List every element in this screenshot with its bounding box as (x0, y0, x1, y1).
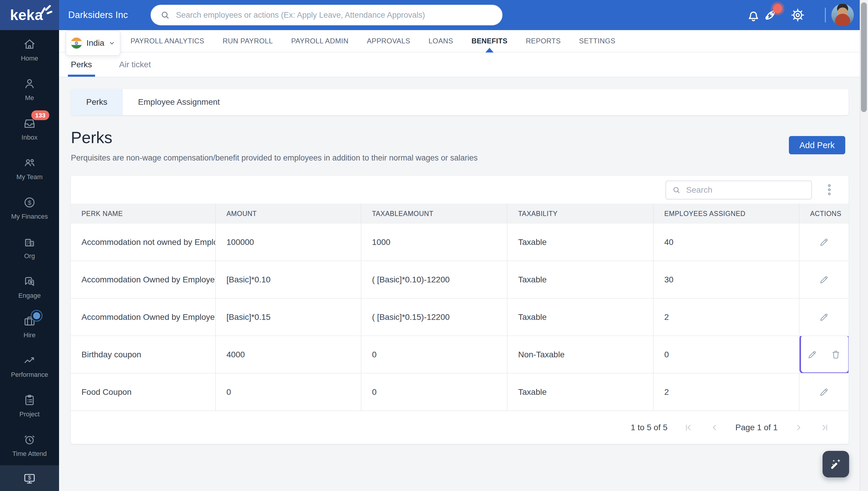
nav-item-payroll-admin[interactable]: PAYROLL ADMIN (291, 30, 348, 52)
cell-taxability: Non-Taxable (507, 336, 654, 373)
settings-button[interactable] (789, 7, 806, 23)
col-header-taxability: TAXABILITY (507, 204, 654, 224)
tab-perks[interactable]: Perks (71, 53, 92, 77)
tab-air-ticket[interactable]: Air ticket (119, 53, 151, 77)
nav-item-loans[interactable]: LOANS (429, 30, 453, 52)
cell-taxable-amount: ( [Basic]*0.10)-12200 (361, 261, 507, 298)
cell-actions-highlighted (800, 336, 848, 373)
keka-logo-text: keka (10, 6, 43, 24)
sidebar-item-performance[interactable]: Performance (0, 346, 59, 386)
nav-item-run-payroll[interactable]: RUN PAYROLL (223, 30, 273, 52)
edit-pencil-icon[interactable] (818, 274, 830, 285)
delete-trash-icon[interactable] (830, 349, 841, 360)
country-label: India (86, 38, 105, 48)
avatar[interactable] (831, 4, 854, 26)
edit-pencil-icon[interactable] (818, 386, 830, 398)
hire-notification-dot (33, 312, 40, 319)
sidebar-item-me[interactable]: Me (0, 69, 59, 109)
sidebar-item-payroll-active[interactable]: $ (0, 465, 59, 491)
table-row: Food Coupon 0 0 Taxable 2 (71, 374, 848, 411)
nav-item-benefits[interactable]: BENEFITS (472, 30, 507, 52)
cell-taxability: Taxable (507, 299, 654, 336)
edit-pencil-icon[interactable] (818, 237, 830, 248)
col-header-employees-assigned: EMPLOYEES ASSIGNED (654, 204, 800, 224)
company-name: Darksiders Inc (68, 0, 128, 30)
global-search[interactable] (150, 5, 503, 25)
edit-pencil-icon[interactable] (807, 349, 818, 360)
notifications-button[interactable] (745, 7, 762, 23)
sidebar-item-label: My Team (17, 173, 43, 181)
home-icon (23, 37, 36, 51)
sidebar-item-label: My Finances (11, 213, 48, 221)
sidebar-item-my-team[interactable]: My Team (0, 149, 59, 188)
person-icon (23, 77, 36, 91)
kebab-menu-icon[interactable] (824, 183, 835, 196)
team-icon (23, 156, 36, 170)
cell-amount: [Basic]*0.10 (216, 261, 361, 298)
whats-new-badge (773, 4, 782, 13)
scrollbar-thumb[interactable] (861, 2, 867, 112)
magic-wand-icon (829, 457, 843, 471)
edit-pencil-icon[interactable] (818, 312, 830, 323)
table-search-input[interactable] (685, 185, 805, 195)
search-icon (160, 10, 170, 20)
nav-item-reports[interactable]: REPORTS (526, 30, 561, 52)
table-row: Accommodation Owned by Employer an [Basi… (71, 261, 848, 299)
sidebar-item-project[interactable]: Project (0, 386, 59, 426)
sidebar-item-home[interactable]: Home (0, 30, 59, 69)
building-icon (23, 235, 36, 249)
cell-perk-name: Accommodation not owned by Employe (71, 224, 216, 261)
first-page-button[interactable] (683, 423, 694, 433)
cell-perk-name: Accommodation Owned by Employer an (71, 299, 216, 336)
table-toolbar (71, 176, 848, 204)
next-page-button[interactable] (793, 423, 804, 433)
sidebar-item-label: Inbox (22, 134, 37, 141)
svg-text:$: $ (28, 475, 31, 481)
assistant-wand-button[interactable] (822, 451, 849, 478)
table-search[interactable] (666, 181, 812, 200)
page-subtitle: Perquisites are non-wage compensation/be… (71, 153, 478, 163)
cell-perk-name: Accommodation Owned by Employer an (71, 261, 216, 298)
cell-employees-assigned: 2 (654, 299, 800, 336)
keka-logo[interactable]: keka (0, 0, 59, 30)
cell-actions (800, 224, 848, 261)
last-page-button[interactable] (819, 423, 830, 433)
chat-heart-icon (23, 275, 36, 288)
main-content: Perks Employee Assignment Perks Perquisi… (59, 77, 868, 491)
sidebar-item-label: Project (20, 410, 39, 418)
top-header: Darksiders Inc (59, 0, 868, 30)
sidebar-item-label: Org (24, 252, 35, 260)
card-tab-employee-assignment[interactable]: Employee Assignment (123, 89, 235, 115)
nav-item-payroll-analytics[interactable]: PAYROLL ANALYTICS (131, 30, 204, 52)
col-header-actions: ACTIONS (800, 204, 848, 224)
pagination-page-label: Page 1 of 1 (735, 423, 778, 432)
nav-item-settings[interactable]: SETTINGS (579, 30, 615, 52)
col-header-perk-name: PERK NAME (71, 204, 216, 224)
sidebar-item-engage[interactable]: Engage (0, 267, 59, 307)
sidebar-item-my-finances[interactable]: $ My Finances (0, 188, 59, 228)
sidebar-item-time-attend[interactable]: Time Attend (0, 426, 59, 465)
page-title: Perks (71, 128, 112, 147)
prev-page-button[interactable] (709, 423, 720, 433)
sidebar-item-hire[interactable]: Hire (0, 307, 59, 346)
whats-new-button[interactable] (762, 7, 779, 23)
add-perk-button[interactable]: Add Perk (789, 136, 845, 154)
sidebar-item-inbox[interactable]: 133 Inbox (0, 109, 59, 149)
cell-employees-assigned: 40 (654, 224, 800, 261)
cell-employees-assigned: 30 (654, 261, 800, 298)
dollar-circle-icon: $ (23, 196, 36, 209)
cell-taxable-amount: 0 (361, 374, 507, 410)
sidebar-item-org[interactable]: Org (0, 228, 59, 267)
sidebar-item-label: Performance (11, 371, 48, 379)
global-search-input[interactable] (175, 10, 493, 20)
perks-tabs-card: Perks Employee Assignment (71, 89, 848, 115)
benefits-subtabs: Perks Air ticket (59, 53, 868, 77)
table-row: Accommodation Owned by Employer an [Basi… (71, 299, 848, 336)
inbox-count-badge: 133 (31, 110, 49, 120)
chevron-down-icon (108, 39, 116, 47)
chevron-right-icon (793, 423, 804, 433)
sidebar: keka Home Me 133 Inbox My Team $ My Fina… (0, 0, 59, 491)
card-tab-perks[interactable]: Perks (71, 89, 123, 115)
country-selector[interactable]: India (65, 30, 120, 56)
nav-item-approvals[interactable]: APPROVALS (367, 30, 410, 52)
